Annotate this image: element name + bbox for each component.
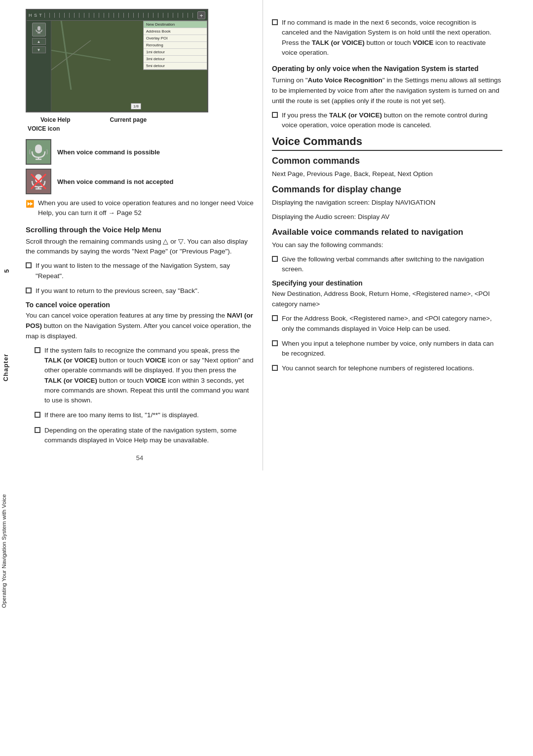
- current-page-label: Current page: [110, 116, 147, 123]
- bullet-too-many: If there are too many items to list, "1/…: [35, 410, 254, 420]
- voice-icon-label: VOICE icon: [26, 125, 254, 132]
- operating-label: Operating Your Navigation System with Vo…: [1, 494, 7, 608]
- menu-item-1mi: 1mi detour: [144, 49, 207, 56]
- svg-rect-0: [38, 26, 40, 31]
- sq-icon-r6: [272, 365, 278, 371]
- nav-plus-button: +: [197, 11, 205, 19]
- main-content: H S T + ▲: [21, 0, 533, 470]
- voice-not-accepted-label: When voice command is not accepted: [57, 178, 174, 185]
- nav-roads: [51, 21, 111, 90]
- bullet-system-fails: If the system fails to recognize the com…: [35, 346, 254, 406]
- nav-voice-btn: [32, 23, 46, 36]
- bullet-verbal-commands-text: Give the following verbal commands after…: [282, 254, 502, 275]
- chapter-label: Chapter: [2, 354, 9, 381]
- display-navi-text: Displaying the navigation screen: Displa…: [272, 198, 502, 208]
- nav-map-area: ▲ ▼ New Destination Address Book Overlay…: [27, 21, 207, 111]
- menu-item-address-book: Address Book: [144, 28, 207, 35]
- sq-icon-1: [26, 262, 32, 268]
- voice-possible-row: When voice command is possible: [26, 139, 254, 165]
- sq-icon-3: [35, 347, 40, 353]
- bullet-voice-help-text: When you are used to voice operation fea…: [38, 198, 254, 218]
- chapter-number: 5: [3, 269, 10, 273]
- svg-line-5: [51, 40, 91, 70]
- sq-icon-5: [35, 427, 40, 433]
- dest-body: New Destination, Address Book, Return Ho…: [272, 289, 502, 310]
- bullet-voice-help: ⏩ When you are used to voice operation f…: [26, 198, 254, 218]
- avail-voice-body: You can say the following commands:: [272, 240, 502, 251]
- menu-item-overlay-poi: Overlay POI: [144, 35, 207, 42]
- svg-line-4: [51, 50, 111, 60]
- bullet-operating-state-text: Depending on the operating state of the …: [44, 426, 254, 446]
- voice-not-accepted-row: When voice command is not accepted: [26, 169, 254, 194]
- bullet-address-book-text: For the Address Book, <Registered name>,…: [282, 314, 502, 334]
- bullet-6-seconds-text: If no command is made in the next 6 seco…: [282, 18, 502, 58]
- common-commands-body: Next Page, Previous Page, Back, Repeat, …: [272, 169, 502, 180]
- left-column: H S T + ▲: [21, 0, 263, 470]
- menu-item-3mi: 3mi detour: [144, 56, 207, 63]
- voice-not-accepted-icon: [26, 169, 51, 194]
- sq-icon-r3: [272, 256, 278, 262]
- scrolling-body: Scroll through the remaining commands us…: [26, 237, 254, 257]
- bullet-repeat-text: If you want to listen to the message of …: [36, 261, 254, 281]
- bullet-remote-control-text: If you press the TALK (or VOICE) button …: [282, 110, 502, 131]
- indented-bullets: If the system fails to recognize the com…: [35, 346, 254, 445]
- menu-item-5mi: 5mi detour: [144, 63, 207, 70]
- bullet-address-book: For the Address Book, <Registered name>,…: [272, 314, 502, 334]
- avail-voice-heading: Available voice commands related to navi…: [272, 227, 502, 237]
- right-column: If no command is made in the next 6 seco…: [263, 0, 514, 470]
- nav-map-main: New Destination Address Book Overlay POI…: [51, 21, 207, 111]
- voice-possible-icon: [26, 139, 51, 165]
- nav-arrow-down: ▼: [32, 46, 46, 53]
- cancel-sub-heading: To cancel voice operation: [26, 301, 254, 309]
- bullet-repeat: If you want to listen to the message of …: [26, 261, 254, 281]
- bullet-telephone-number: When you input a telephone number by voi…: [272, 339, 502, 359]
- bullet-back: If you want to return to the previous sc…: [26, 286, 254, 296]
- voice-commands-heading: Voice Commands: [272, 135, 502, 151]
- nav-top-bar: H S T +: [27, 10, 207, 21]
- svg-rect-6: [35, 144, 42, 153]
- bullet-too-many-text: If there are too many items to list, "1/…: [44, 410, 199, 420]
- operating-voice-body: Turning on "Auto Voice Recognition" in t…: [272, 75, 502, 107]
- sidebar: 5 Chapter Operating Your Navigation Syst…: [0, 0, 19, 756]
- sq-icon-r5: [272, 340, 278, 346]
- nav-screen-image: H S T + ▲: [26, 9, 208, 112]
- nav-top-bar-text: H S T: [29, 13, 42, 18]
- display-av-text: Displaying the Audio screen: Display AV: [272, 212, 502, 222]
- sq-icon-4: [35, 412, 40, 418]
- specifying-dest-heading: Specifying your destination: [272, 279, 502, 287]
- voice-possible-label: When voice command is possible: [57, 148, 160, 156]
- bullet-back-text: If you want to return to the previous sc…: [36, 286, 199, 296]
- nav-ruler: [44, 13, 195, 18]
- sq-icon-2: [26, 288, 32, 293]
- cancel-body: You can cancel voice operation features …: [26, 311, 254, 342]
- scrolling-heading: Scrolling through the Voice Help Menu: [26, 225, 254, 234]
- common-commands-heading: Common commands: [272, 156, 502, 166]
- nav-map-left: ▲ ▼: [27, 21, 51, 111]
- bullet-telephone-number-text: When you input a telephone number by voi…: [282, 339, 502, 359]
- sq-icon-r4: [272, 315, 278, 321]
- page-number: 54: [26, 454, 254, 462]
- sq-icon-r1: [272, 19, 278, 25]
- mic-icon: [35, 25, 43, 34]
- sq-icon-r2: [272, 112, 278, 118]
- bullet-6-seconds: If no command is made in the next 6 seco…: [272, 18, 502, 58]
- nav-menu-overlay: New Destination Address Book Overlay POI…: [143, 21, 207, 70]
- bullet-cannot-search: You cannot search for telephone numbers …: [272, 363, 502, 373]
- bullet-cannot-search-text: You cannot search for telephone numbers …: [282, 363, 474, 373]
- menu-item-rerouting: Rerouting: [144, 42, 207, 49]
- operating-voice-heading: Operating by only voice when the Navigat…: [272, 65, 502, 72]
- display-change-heading: Commands for display change: [272, 184, 502, 195]
- bullet-operating-state: Depending on the operating state of the …: [35, 426, 254, 446]
- bullet-remote-control: If you press the TALK (or VOICE) button …: [272, 110, 502, 131]
- voice-possible-svg: [29, 143, 48, 161]
- arrow-icon: ⏩: [26, 199, 34, 218]
- voice-help-label: Voice Help: [40, 116, 70, 123]
- bullet-system-fails-text: If the system fails to recognize the com…: [44, 346, 254, 406]
- nav-arrow-up: ▲: [32, 38, 46, 45]
- screen-labels: Voice Help Current page: [26, 116, 254, 123]
- nav-page-indicator: 1/8: [131, 103, 141, 109]
- bullet-verbal-commands: Give the following verbal commands after…: [272, 254, 502, 275]
- svg-line-3: [61, 21, 71, 90]
- menu-item-new-dest: New Destination: [144, 21, 207, 28]
- voice-not-accepted-svg: [29, 172, 48, 191]
